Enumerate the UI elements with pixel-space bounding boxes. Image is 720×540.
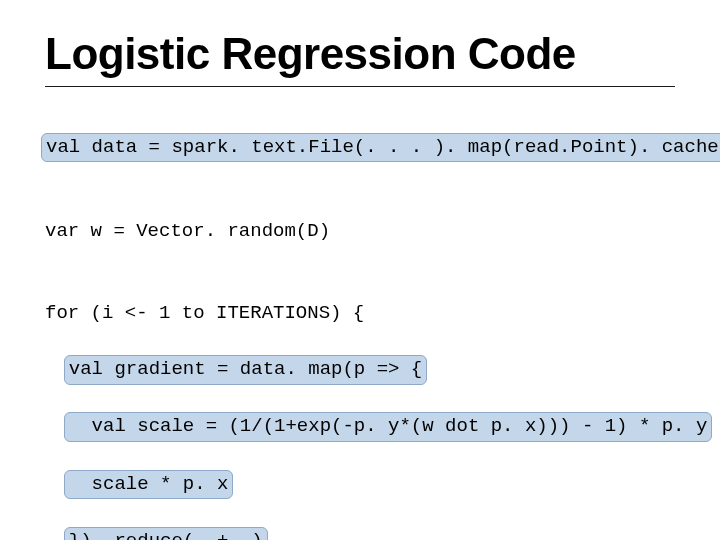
- code-highlight-2: scale * p. x: [64, 470, 234, 500]
- code-highlight-2: val gradient = data. map(p => {: [64, 355, 427, 385]
- code-block: val data = spark. text.File(. . . ). map…: [45, 105, 675, 540]
- slide-title: Logistic Regression Code: [45, 30, 675, 78]
- title-rule: [45, 86, 675, 87]
- code-highlight-2: val scale = (1/(1+exp(-p. y*(w dot p. x)…: [64, 412, 713, 442]
- code-line: for (i <- 1 to ITERATIONS) {: [45, 300, 675, 328]
- slide: Logistic Regression Code val data = spar…: [0, 0, 720, 540]
- code-highlight-2: }). reduce(_ + _): [64, 527, 268, 540]
- code-highlight-1: val data = spark. text.File(. . . ). map…: [41, 133, 720, 163]
- code-line: var w = Vector. random(D): [45, 218, 675, 246]
